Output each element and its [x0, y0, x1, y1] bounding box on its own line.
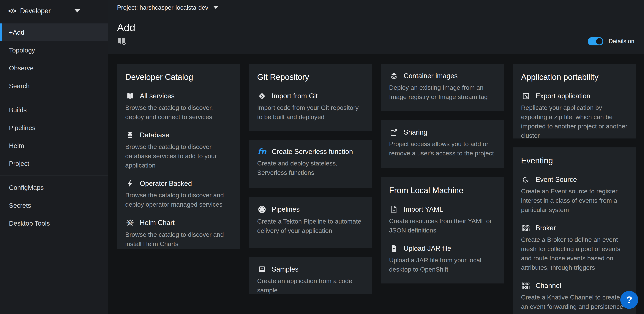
action-title: Event Source	[536, 176, 577, 184]
action-description: Browse the catalog to discover and deplo…	[125, 190, 232, 209]
action-description: Create an application from a code sample	[257, 276, 364, 294]
tekton-pipeline-icon	[257, 205, 267, 214]
details-toggle-group: Details on	[588, 37, 634, 45]
action-title: Channel	[536, 282, 561, 290]
card-git-repository[interactable]: Git Repository	[249, 64, 372, 131]
card-title: Eventing	[521, 156, 628, 165]
add-action-operator-backed[interactable]: Operator Backed Browse the catalog to di…	[125, 180, 232, 209]
project-selector-label: Project: harshcasper-localsta-dev	[117, 4, 208, 11]
code-icon: </>	[8, 7, 16, 14]
action-description: Project access allows you to add or remo…	[389, 139, 496, 158]
card-column-3: Container images Deploy an existing Imag…	[381, 64, 504, 284]
add-action-channel[interactable]: Channel Create a Knative Channel to crea…	[521, 282, 628, 314]
file-upload-icon	[389, 245, 399, 252]
toggle-knob	[596, 38, 602, 44]
sidebar-item-observe[interactable]: Observe	[0, 59, 108, 77]
card-from-local-machine[interactable]: From Local Machine </> Import YAML	[381, 177, 504, 284]
card-column-4: Application portability	[513, 64, 636, 314]
laptop-code-icon: <>	[257, 266, 267, 273]
sidebar-item-configmaps[interactable]: ConfigMaps	[0, 179, 108, 197]
project-selector[interactable]: Project: harshcasper-localsta-dev	[117, 4, 218, 11]
action-description: Create resources from their YAML or JSON…	[389, 216, 496, 235]
project-bar: Project: harshcasper-localsta-dev	[108, 0, 644, 15]
card-serverless-function[interactable]: fn Create Serverless function Create and…	[249, 140, 372, 188]
action-description: Deploy an existing Image from an Image r…	[389, 83, 496, 101]
sidebar-section-main: +Add Topology Observe Search	[0, 22, 108, 96]
action-title: Import YAML	[404, 206, 443, 213]
card-column-2: Git Repository	[249, 64, 372, 294]
card-title: Developer Catalog	[125, 72, 232, 82]
action-description: Browse the catalog to discover, deploy a…	[125, 103, 232, 122]
action-title: Upload JAR file	[404, 245, 451, 252]
add-action-database[interactable]: Database Browse the catalog to discover …	[125, 131, 232, 170]
action-description: Create a Tekton Pipeline to automate del…	[257, 217, 364, 235]
git-icon	[257, 92, 267, 100]
sidebar-item-builds[interactable]: Builds	[0, 101, 108, 119]
action-title: Create Serverless function	[272, 148, 353, 156]
add-action-container-images[interactable]: Container images Deploy an existing Imag…	[389, 72, 496, 101]
add-action-pipelines[interactable]: Pipelines Create a Tekton Pipeline to au…	[257, 205, 364, 235]
add-page-content: Developer Catalog All services Browse th…	[108, 54, 644, 314]
sidebar-item-add[interactable]: +Add	[0, 23, 108, 41]
book-plus-icon	[117, 43, 126, 46]
quick-start-button[interactable]	[117, 37, 126, 46]
sidebar-item-desktop-tools[interactable]: Desktop Tools	[0, 214, 108, 232]
sidebar-item-pipelines[interactable]: Pipelines	[0, 119, 108, 137]
action-description: Create and deploy stateless, Serverless …	[257, 159, 364, 177]
sidebar-item-project[interactable]: Project	[0, 155, 108, 173]
perspective-switcher[interactable]: </> Developer	[0, 0, 108, 22]
card-container-images[interactable]: Container images Deploy an existing Imag…	[381, 64, 504, 111]
helm-icon: HELM	[125, 219, 135, 227]
card-application-portability[interactable]: Application portability	[513, 64, 636, 138]
action-description: Create a Knative Channel to create an ev…	[521, 293, 628, 314]
event-source-icon	[521, 176, 531, 184]
add-action-all-services[interactable]: All services Browse the catalog to disco…	[125, 92, 232, 122]
page-header: Add Details on	[108, 15, 644, 54]
action-description: Import code from your Git repository to …	[257, 103, 364, 122]
sidebar-item-secrets[interactable]: Secrets	[0, 197, 108, 214]
add-action-upload-jar-file[interactable]: Upload JAR file Upload a JAR file from y…	[389, 245, 496, 274]
layers-icon	[389, 72, 399, 80]
add-action-helm-chart[interactable]: HELM Helm Chart Browse the catalog to di…	[125, 219, 232, 249]
add-action-samples[interactable]: <> Samples Create an application from a …	[257, 266, 364, 294]
add-action-event-source[interactable]: Event Source Create an Event source to r…	[521, 176, 628, 214]
sidebar-item-topology[interactable]: Topology	[0, 41, 108, 59]
action-description: Browse the catalog to discover and insta…	[125, 230, 232, 249]
action-title: All services	[140, 92, 174, 100]
perspective-label: Developer	[20, 7, 51, 15]
main-area: Project: harshcasper-localsta-dev Add	[108, 0, 644, 314]
chevron-down-icon	[74, 9, 80, 12]
card-eventing[interactable]: Eventing Event Source	[513, 147, 636, 314]
database-icon	[125, 131, 135, 139]
sidebar-section-config: ConfigMaps Secrets Desktop Tools	[0, 177, 108, 234]
card-title: From Local Machine	[389, 186, 496, 195]
sidebar: </> Developer +Add Topology Observe Sear…	[0, 0, 108, 314]
card-title: Git Repository	[257, 72, 364, 82]
card-sharing[interactable]: Sharing Project access allows you to add…	[381, 120, 504, 168]
card-samples[interactable]: <> Samples Create an application from a …	[249, 257, 372, 294]
add-action-broker[interactable]: Broker Create a Broker to define an even…	[521, 224, 628, 272]
action-title: Broker	[536, 224, 556, 232]
add-action-sharing[interactable]: Sharing Project access allows you to add…	[389, 128, 496, 158]
sidebar-item-helm[interactable]: Helm	[0, 137, 108, 155]
action-description: Create a Broker to define an event mesh …	[521, 235, 628, 272]
svg-text:<>: <>	[261, 268, 263, 270]
action-title: Import from Git	[272, 92, 318, 100]
serverless-fn-icon: fn	[257, 148, 267, 156]
file-code-icon: </>	[389, 206, 399, 213]
help-button[interactable]: ?	[620, 291, 638, 309]
action-title: Container images	[404, 72, 458, 80]
add-action-export-application[interactable]: Export application Replicate your applic…	[521, 92, 628, 138]
svg-text:HELM: HELM	[128, 222, 133, 224]
add-action-create-serverless-function[interactable]: fn Create Serverless function Create and…	[257, 148, 364, 177]
add-action-import-from-git[interactable]: Import from Git Import code from your Gi…	[257, 92, 364, 122]
card-developer-catalog[interactable]: Developer Catalog All services Browse th…	[117, 64, 240, 249]
action-description: Browse the catalog to discover database …	[125, 142, 232, 170]
details-toggle[interactable]	[588, 37, 604, 45]
sidebar-item-search[interactable]: Search	[0, 77, 108, 95]
binary-broker-icon	[521, 224, 531, 232]
card-pipelines[interactable]: Pipelines Create a Tekton Pipeline to au…	[249, 197, 372, 248]
sidebar-section-resources: Builds Pipelines Helm Project	[0, 100, 108, 174]
add-action-import-yaml[interactable]: </> Import YAML Create resources from th…	[389, 206, 496, 235]
action-description: Replicate your application by exporting …	[521, 103, 628, 138]
